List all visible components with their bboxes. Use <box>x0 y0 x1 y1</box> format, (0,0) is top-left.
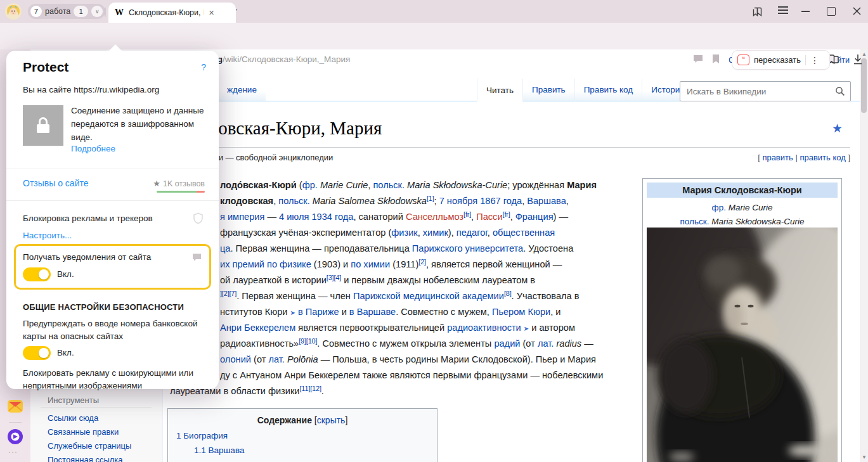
protect-help-link[interactable]: ? <box>201 62 206 72</box>
infobox-photo[interactable] <box>647 228 838 462</box>
downloads-icon[interactable] <box>852 53 864 65</box>
reviews-summary[interactable]: ★ 1K отзывов <box>153 179 205 188</box>
ref-link[interactable]: [fr] <box>463 210 471 218</box>
wiki-link[interactable]: в Париже <box>298 307 339 317</box>
side-panel-more-icon[interactable]: ··· <box>8 447 18 456</box>
tab-edit[interactable]: Править <box>522 79 574 101</box>
alice-icon[interactable] <box>7 428 23 445</box>
toc-item-warsaw[interactable]: 1.1 Варшава <box>194 446 244 455</box>
retell-pill[interactable]: ❝ пересказать ⋮ <box>732 50 830 70</box>
retell-more-icon[interactable]: ⋮ <box>810 55 819 65</box>
wiki-link[interactable]: править <box>762 153 793 162</box>
notifications-toggle[interactable] <box>23 267 51 281</box>
scrollbar-thumb[interactable] <box>861 58 867 113</box>
maximize-icon[interactable] <box>827 7 836 16</box>
wiki-link[interactable]: Пьером Кюри <box>492 307 550 317</box>
details-link[interactable]: Подробнее <box>71 144 115 153</box>
wiki-link[interactable]: фр. <box>302 180 318 190</box>
ref-link[interactable]: [11][12] <box>300 385 321 392</box>
window-close-icon[interactable] <box>852 6 862 16</box>
tab-close-icon[interactable]: ✕ <box>209 9 214 17</box>
scroll-down-icon[interactable]: ▼ <box>862 454 867 460</box>
ref-link[interactable]: [9][10] <box>299 337 317 345</box>
wiki-link[interactable]: Пасси <box>476 212 502 222</box>
wiki-link[interactable]: 1934 года <box>311 212 353 222</box>
tab-discussion-partial[interactable]: ждение <box>217 79 266 101</box>
wiki-link[interactable]: польск. <box>278 196 310 206</box>
wiki-link[interactable]: в Варшаве <box>349 307 396 317</box>
toc-item-biography[interactable]: 1 Биография <box>176 431 228 440</box>
sidebar-link-permanent[interactable]: Постоянная ссылка <box>48 455 123 462</box>
wiki-link[interactable]: физик <box>391 228 417 238</box>
tab-group-label: работа <box>45 7 70 16</box>
wiki-link[interactable]: Варшава <box>527 196 566 206</box>
wiki-search-box <box>680 81 851 101</box>
sidebar-link-whatlinkshere[interactable]: Ссылки сюда <box>48 413 98 423</box>
wiki-link[interactable]: ➤ <box>524 325 529 332</box>
bookmarks-panel-icon[interactable] <box>752 6 763 17</box>
minimize-icon[interactable] <box>801 11 810 12</box>
popup-divider <box>6 200 219 201</box>
site-reviews-link[interactable]: Отзывы о сайте <box>23 178 89 188</box>
wiki-link[interactable]: править код <box>800 153 845 162</box>
wiki-link[interactable]: Парижской медицинской академии <box>353 291 504 301</box>
watch-star-icon[interactable]: ★ <box>832 121 843 136</box>
wiki-link[interactable]: педагог <box>457 228 488 238</box>
wiki-link[interactable]: их премий по физике <box>220 259 311 269</box>
wiki-link[interactable]: я империя <box>220 212 264 222</box>
tab-read[interactable]: Читать <box>477 79 522 101</box>
ref-link[interactable]: [fr] <box>503 210 510 218</box>
sidebar-link-related[interactable]: Связанные правки <box>48 427 119 437</box>
url-path: /wiki/Склодовская-Кюри,_Мария <box>223 55 350 64</box>
wiki-link[interactable]: лат. <box>268 354 284 364</box>
review-star-icon: ★ <box>153 179 160 188</box>
sidebar-heading-rule <box>41 407 152 407</box>
shock-ads-label: Блокировать рекламу с шокирующими или не… <box>23 367 209 392</box>
wiki-link[interactable]: ➤ <box>290 309 295 316</box>
wiki-link[interactable]: радиоактивности <box>447 323 521 333</box>
wiki-link[interactable]: 7 ноября <box>439 196 477 206</box>
profile-avatar[interactable] <box>5 3 22 20</box>
text-segment: . Совместно с мужем, <box>396 307 492 317</box>
wiki-link[interactable]: 4 июля <box>279 212 309 222</box>
wiki-link[interactable]: фр. <box>712 203 726 212</box>
wiki-search-input[interactable] <box>680 87 835 96</box>
ref-link[interactable]: [8] <box>504 290 512 297</box>
wiki-link[interactable]: скрыть <box>317 415 346 425</box>
wiki-link[interactable]: Франция <box>515 212 554 222</box>
sidebar-link-special[interactable]: Служебные страницы <box>48 441 131 451</box>
ref-link[interactable]: [1] <box>427 195 434 202</box>
wiki-link[interactable]: Парижского университета <box>412 243 523 253</box>
wiki-link[interactable]: по химии <box>351 259 390 269</box>
tab-edit-source[interactable]: Править код <box>574 79 642 101</box>
yandex-mail-icon[interactable] <box>7 398 23 414</box>
tab-group-pill[interactable]: 7 работа 1 ∨ <box>28 4 105 19</box>
wiki-link[interactable]: польск. <box>680 217 709 226</box>
ref-link[interactable]: ][2][7] <box>220 290 236 297</box>
ref-link[interactable]: [3][4] <box>327 274 341 281</box>
article-line: нститутов Кюри ➤ в Париже и в Варшаве. С… <box>220 307 560 317</box>
wiki-link[interactable]: Анри Беккерелем <box>220 323 295 333</box>
comments-icon[interactable] <box>692 54 704 64</box>
wiki-link[interactable]: польск. <box>373 180 405 190</box>
card-warning-toggle[interactable] <box>23 346 51 360</box>
wiki-link[interactable]: лат. <box>538 338 554 349</box>
configure-link[interactable]: Настроить... <box>23 231 72 240</box>
wiki-link[interactable]: Санселльмоз <box>406 212 463 222</box>
text-segment: нститутов Кюри <box>220 307 290 317</box>
wiki-link[interactable]: химик <box>423 228 448 238</box>
ref-link[interactable]: [2] <box>418 258 426 266</box>
search-icon[interactable] <box>835 86 845 96</box>
active-browser-tab[interactable]: W Склодовская-Кюри, Ма ✕ <box>108 3 236 23</box>
tab-separator: | <box>104 6 107 16</box>
wiki-link[interactable]: радий <box>494 338 520 349</box>
retell-label[interactable]: пересказать <box>754 55 801 65</box>
wiki-link[interactable]: олоний <box>220 354 251 364</box>
wiki-link[interactable]: ца <box>220 243 230 253</box>
wiki-link[interactable]: общественная <box>493 228 555 238</box>
wiki-link[interactable]: 1867 года <box>480 196 522 206</box>
menu-icon[interactable] <box>778 4 788 16</box>
tab-discussion-label[interactable]: ждение <box>217 79 266 101</box>
tab-group-chevron-icon[interactable]: ∨ <box>91 6 103 17</box>
bookmark-icon[interactable] <box>711 54 720 64</box>
